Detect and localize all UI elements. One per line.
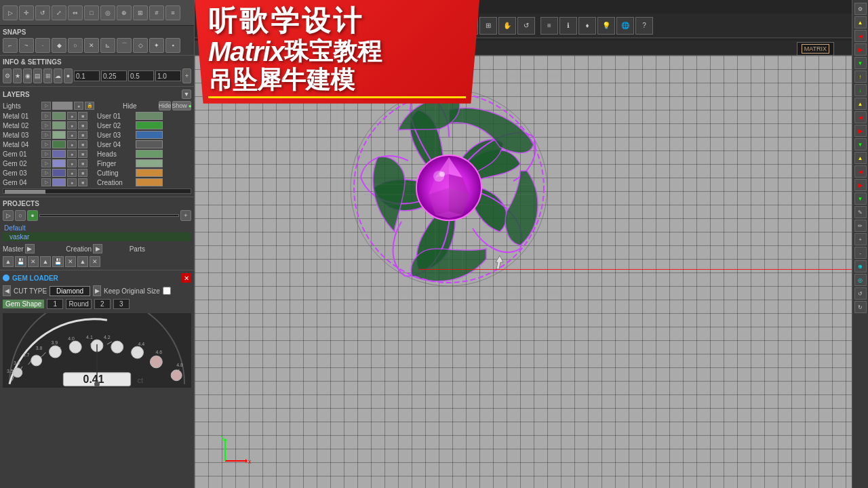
proj-act-up1[interactable]: ▲: [3, 256, 14, 267]
info-btn3[interactable]: ◉: [23, 68, 32, 83]
rt-add[interactable]: +: [854, 233, 867, 245]
layer-c-gem01[interactable]: [52, 150, 66, 158]
layer-c-heads[interactable]: [136, 150, 163, 158]
snap-quad[interactable]: ◇: [133, 38, 148, 53]
layer-exp-gem03[interactable]: ▷: [41, 169, 51, 177]
layer-c-gem03[interactable]: [52, 169, 66, 177]
proj-act-up2[interactable]: ▲: [40, 256, 51, 267]
layer-l-gem04[interactable]: ■: [78, 178, 87, 186]
layer-c-metal03[interactable]: [52, 131, 66, 139]
rt-left2[interactable]: ◀: [854, 111, 867, 123]
layer-exp-metal02[interactable]: ▷: [41, 121, 51, 129]
proj-act-del3[interactable]: ✕: [90, 256, 100, 267]
hide-btn[interactable]: Hide: [159, 101, 171, 110]
layer-l-metal02[interactable]: ■: [78, 121, 87, 129]
cmd-pan[interactable]: ✋: [498, 17, 516, 35]
rt-right3[interactable]: ▶: [854, 179, 867, 191]
cmd-save[interactable]: 💾: [235, 17, 253, 35]
snap-perp[interactable]: ⊾: [100, 38, 115, 53]
tool-snap2[interactable]: ◎: [100, 5, 115, 20]
cmd-viewport-config[interactable]: ⊞: [300, 17, 318, 35]
rt-rotate1[interactable]: ↺: [854, 287, 867, 300]
proj-creation-arrow[interactable]: ▶: [93, 244, 102, 253]
layer-c-finger[interactable]: [136, 159, 163, 167]
layer-v-gem01[interactable]: ●: [67, 150, 77, 158]
snap-cen[interactable]: ○: [68, 38, 83, 53]
cmd-env[interactable]: 🌐: [616, 17, 634, 35]
rt-zoom-in[interactable]: ↑: [854, 70, 867, 83]
snap-point[interactable]: ·: [35, 38, 50, 53]
layer-l-gem02[interactable]: ■: [78, 159, 87, 167]
info-btn-plus[interactable]: +: [182, 68, 191, 83]
tool-layers2[interactable]: ≡: [165, 5, 180, 20]
cmd-right-view[interactable]: R: [357, 17, 375, 35]
proj-act-del2[interactable]: ✕: [65, 256, 76, 267]
rt-del[interactable]: -: [854, 247, 867, 259]
layer-v-gem03[interactable]: ●: [67, 169, 77, 177]
snap-end[interactable]: ⌐: [3, 38, 18, 53]
cmd-new[interactable]: 📄: [197, 17, 215, 35]
layer-exp-metal01[interactable]: ▷: [41, 112, 51, 120]
proj-act-up3[interactable]: ▲: [77, 256, 88, 267]
cmd-wire[interactable]: □: [399, 17, 417, 35]
cmd-zoom-sel[interactable]: ⊕: [460, 17, 478, 35]
rt-zoom-out[interactable]: ↓: [854, 84, 867, 96]
proj-act-save2[interactable]: 💾: [52, 256, 64, 267]
layer-v-gem04[interactable]: ●: [67, 178, 77, 186]
rt-edit2[interactable]: ✏: [854, 220, 867, 232]
gem-loader-close[interactable]: ✕: [182, 273, 191, 283]
gem-shape-num2[interactable]: 2: [94, 299, 111, 309]
rt-up2[interactable]: ▲: [854, 98, 867, 110]
cmd-light[interactable]: 💡: [597, 17, 615, 35]
layer-exp-metal03[interactable]: ▷: [41, 131, 51, 139]
layers-expand[interactable]: ▼: [182, 89, 191, 99]
projects-slider[interactable]: [39, 214, 179, 217]
rt-rotate2[interactable]: ↻: [854, 301, 867, 313]
cmd-render[interactable]: ●: [437, 17, 455, 35]
cmd-material[interactable]: ♦: [578, 17, 596, 35]
snap-vertex[interactable]: ▪: [165, 38, 180, 53]
gem-cut-prev[interactable]: ◀: [3, 285, 11, 296]
layer-v-metal02[interactable]: ●: [67, 121, 77, 129]
cmd-perspective[interactable]: P: [376, 17, 394, 35]
layers-scroll-thumb[interactable]: [5, 190, 45, 194]
layer-v-metal03[interactable]: ●: [67, 131, 77, 139]
layer-c-user04[interactable]: [136, 140, 163, 148]
proj-vaskar[interactable]: vaskar: [3, 232, 191, 241]
cmd-shade[interactable]: ◧: [418, 17, 436, 35]
layer-c-metal02[interactable]: [52, 121, 66, 129]
layer-l-metal01[interactable]: ■: [78, 112, 87, 120]
info-input-025[interactable]: 0.25: [101, 70, 127, 81]
rt-pan-left[interactable]: ◀: [854, 30, 867, 42]
snap-tan[interactable]: ⌒: [117, 38, 132, 53]
tab-top[interactable]: Top: [195, 41, 224, 55]
info-btn1[interactable]: ⚙: [3, 68, 12, 83]
show-btn[interactable]: Show ●: [172, 101, 191, 110]
tool-snap4[interactable]: ⊞: [133, 5, 148, 20]
layer-color-lights[interactable]: [52, 102, 73, 110]
info-input-05[interactable]: 0.5: [128, 70, 154, 81]
rt-up3[interactable]: ▲: [854, 152, 867, 164]
snap-mid[interactable]: ◆: [52, 38, 66, 53]
proj-act-del1[interactable]: ✕: [28, 256, 39, 267]
cmd-undo[interactable]: ↩: [258, 17, 276, 35]
layer-c-cutting[interactable]: [136, 169, 163, 177]
layer-l-metal04[interactable]: ■: [78, 140, 87, 148]
tool-select[interactable]: ▷: [3, 5, 18, 20]
rt-right2[interactable]: ▶: [854, 125, 867, 137]
layer-expand-lights[interactable]: ▷: [41, 102, 51, 110]
layer-c-metal01[interactable]: [52, 112, 66, 120]
info-input-1[interactable]: 1.0: [155, 70, 181, 81]
rt-cursor1[interactable]: ⊕: [854, 260, 867, 272]
cmd-zoom-all[interactable]: ⊞: [479, 17, 497, 35]
gem-shape-num1[interactable]: 1: [47, 299, 63, 309]
cmd-layer-mgr[interactable]: ≡: [540, 17, 558, 35]
viewport-3d[interactable]: x y: [195, 56, 852, 488]
tool-move[interactable]: ✛: [19, 5, 34, 20]
cmd-redo[interactable]: ↪: [277, 17, 295, 35]
snap-int[interactable]: ✕: [84, 38, 99, 53]
tool-scale[interactable]: ⤢: [52, 5, 66, 20]
snap-knot[interactable]: ✦: [149, 38, 164, 53]
layer-c-creation[interactable]: [136, 178, 163, 186]
cmd-open[interactable]: 📂: [216, 17, 234, 35]
